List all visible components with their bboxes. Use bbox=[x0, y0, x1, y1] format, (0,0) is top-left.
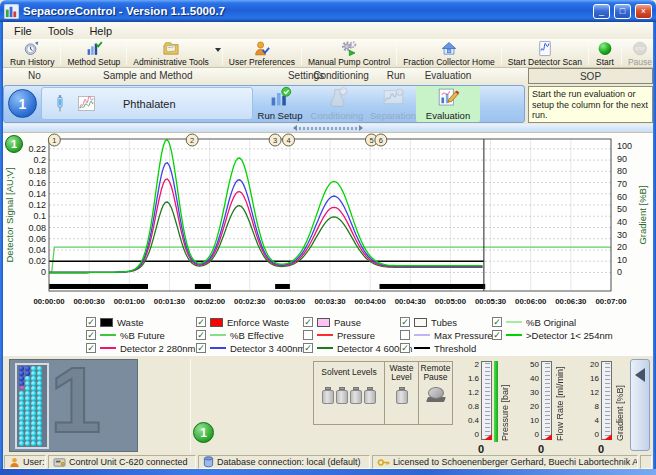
start-detector-scan-button[interactable]: Start Detector Scan bbox=[503, 40, 587, 67]
rack-tube-position[interactable] bbox=[37, 441, 42, 446]
rack-tube-position[interactable] bbox=[37, 391, 42, 396]
rack-tube-position[interactable] bbox=[19, 421, 24, 426]
rack-tube-position[interactable]: + bbox=[19, 386, 24, 391]
rack-tube-position[interactable] bbox=[19, 391, 24, 396]
step-evaluation-button[interactable]: Evaluation bbox=[416, 86, 480, 122]
menu-item-help[interactable]: Help bbox=[82, 24, 119, 38]
rack-tube-position[interactable] bbox=[25, 406, 30, 411]
legend-checkbox[interactable] bbox=[400, 330, 410, 340]
legend-checkbox[interactable]: ✓ bbox=[303, 343, 313, 353]
rack-tube-position[interactable] bbox=[19, 376, 24, 381]
rack-tube-position[interactable] bbox=[19, 366, 24, 371]
legend-checkbox[interactable]: ✓ bbox=[86, 343, 96, 353]
manual-pump-control-button[interactable]: Manual Pump Control bbox=[303, 40, 395, 67]
menu-item-file[interactable]: File bbox=[7, 24, 39, 38]
rack-tube-position[interactable] bbox=[31, 436, 36, 441]
pause-button[interactable]: STOPPause bbox=[623, 40, 656, 67]
rack-tube-position[interactable] bbox=[19, 436, 24, 441]
rack-tube-position[interactable] bbox=[31, 426, 36, 431]
start-button[interactable]: Start bbox=[590, 40, 620, 67]
rack-tube-position[interactable] bbox=[37, 416, 42, 421]
rack-tube-position[interactable] bbox=[31, 381, 36, 386]
rack-tube-position[interactable] bbox=[31, 411, 36, 416]
legend-checkbox[interactable]: ✓ bbox=[196, 343, 206, 353]
menu-item-tools[interactable]: Tools bbox=[41, 24, 81, 38]
rack-tube-position[interactable] bbox=[31, 401, 36, 406]
user-preferences-button[interactable]: User Preferences bbox=[224, 40, 300, 67]
panel-splitter-handle[interactable] bbox=[293, 126, 363, 131]
legend-checkbox[interactable]: ✓ bbox=[303, 317, 313, 327]
rack-tube-position[interactable] bbox=[37, 426, 42, 431]
rack-tube-position[interactable] bbox=[31, 421, 36, 426]
maximize-button[interactable]: □ bbox=[614, 4, 631, 19]
collapse-panel-button[interactable] bbox=[630, 359, 650, 451]
rack-tray[interactable]: + bbox=[15, 363, 49, 449]
legend-checkbox[interactable]: ✓ bbox=[196, 330, 206, 340]
rack-tube-position[interactable] bbox=[19, 426, 24, 431]
rack-tube-position[interactable] bbox=[25, 401, 30, 406]
rack-tube-position[interactable] bbox=[25, 416, 30, 421]
step-run-setup-button[interactable]: Run Setup bbox=[248, 86, 312, 122]
legend-checkbox[interactable]: ✓ bbox=[86, 330, 96, 340]
rack-tube-position[interactable] bbox=[37, 431, 42, 436]
legend-checkbox[interactable]: ✓ bbox=[492, 317, 502, 327]
method-setup-button[interactable]: Method Setup bbox=[62, 40, 125, 67]
legend-checkbox[interactable]: ✓ bbox=[400, 343, 410, 353]
rack-tube-position[interactable] bbox=[37, 371, 42, 376]
rack-tube-position[interactable] bbox=[37, 411, 42, 416]
rack-tube-position[interactable] bbox=[25, 396, 30, 401]
rack-tube-position[interactable] bbox=[31, 376, 36, 381]
rack-tube-position[interactable] bbox=[25, 421, 30, 426]
rack-tube-position[interactable] bbox=[37, 421, 42, 426]
minimize-button[interactable]: _ bbox=[593, 4, 610, 19]
rack-tube-position[interactable] bbox=[25, 366, 30, 371]
step-conditioning-button[interactable]: Conditioning bbox=[305, 86, 369, 122]
legend-checkbox[interactable]: ✓ bbox=[196, 317, 206, 327]
rack-tube-position[interactable] bbox=[25, 426, 30, 431]
legend-checkbox[interactable]: ✓ bbox=[400, 317, 410, 327]
rack-tube-position[interactable] bbox=[25, 411, 30, 416]
rack-tube-position[interactable] bbox=[31, 386, 36, 391]
rack-tube-position[interactable] bbox=[25, 441, 30, 446]
rack-tube-position[interactable] bbox=[25, 386, 30, 391]
rack-tube-position[interactable] bbox=[25, 391, 30, 396]
rack-tube-position[interactable] bbox=[31, 366, 36, 371]
rack-tube-position[interactable] bbox=[19, 401, 24, 406]
rack-tube-position[interactable] bbox=[19, 431, 24, 436]
rack-tube-position[interactable] bbox=[37, 406, 42, 411]
rack-tube-position[interactable] bbox=[19, 396, 24, 401]
rack-tube-position[interactable] bbox=[37, 376, 42, 381]
rack-tube-position[interactable] bbox=[37, 386, 42, 391]
panel-splitter[interactable] bbox=[3, 124, 653, 132]
rack-tube-position[interactable] bbox=[19, 406, 24, 411]
rack-tube-position[interactable] bbox=[31, 391, 36, 396]
rack-tube-position[interactable] bbox=[37, 396, 42, 401]
run-history-button[interactable]: Run History bbox=[5, 40, 59, 67]
rack-tube-position[interactable] bbox=[19, 416, 24, 421]
fraction-collector-home-button[interactable]: Fraction Collector Home bbox=[398, 40, 500, 67]
queue-row[interactable]: 1PhthalatenRun SetupConditioningSeparati… bbox=[3, 85, 653, 124]
legend-checkbox[interactable]: ✓ bbox=[86, 317, 96, 327]
close-button[interactable]: × bbox=[635, 4, 652, 19]
sample-and-method-cell[interactable]: Phthalaten bbox=[41, 87, 253, 120]
legend-checkbox[interactable]: ✓ bbox=[492, 330, 502, 340]
title-bar[interactable]: SepacoreControl - Version 1.1.5000.7 _ □… bbox=[0, 0, 656, 22]
rack-tube-position[interactable] bbox=[31, 406, 36, 411]
rack-tube-position[interactable] bbox=[31, 441, 36, 446]
dropdown-arrow-icon[interactable] bbox=[215, 48, 221, 52]
administrative-tools-button[interactable]: Administrative Tools bbox=[128, 40, 220, 67]
rack-tube-position[interactable] bbox=[25, 371, 30, 376]
legend-checkbox[interactable] bbox=[303, 330, 313, 340]
rack-tube-position[interactable] bbox=[25, 381, 30, 386]
rack-tube-position[interactable] bbox=[31, 371, 36, 376]
rack-tube-position[interactable] bbox=[31, 431, 36, 436]
rack-tube-position[interactable] bbox=[25, 376, 30, 381]
rack-tube-position[interactable] bbox=[31, 396, 36, 401]
rack-tube-position[interactable] bbox=[31, 416, 36, 421]
rack-tube-position[interactable] bbox=[19, 411, 24, 416]
rack-tube-position[interactable] bbox=[19, 371, 24, 376]
fraction-collector-rack-panel[interactable]: 1 + bbox=[9, 359, 138, 452]
rack-tube-position[interactable] bbox=[37, 401, 42, 406]
rack-tube-position[interactable] bbox=[37, 366, 42, 371]
rack-tube-position[interactable] bbox=[25, 431, 30, 436]
